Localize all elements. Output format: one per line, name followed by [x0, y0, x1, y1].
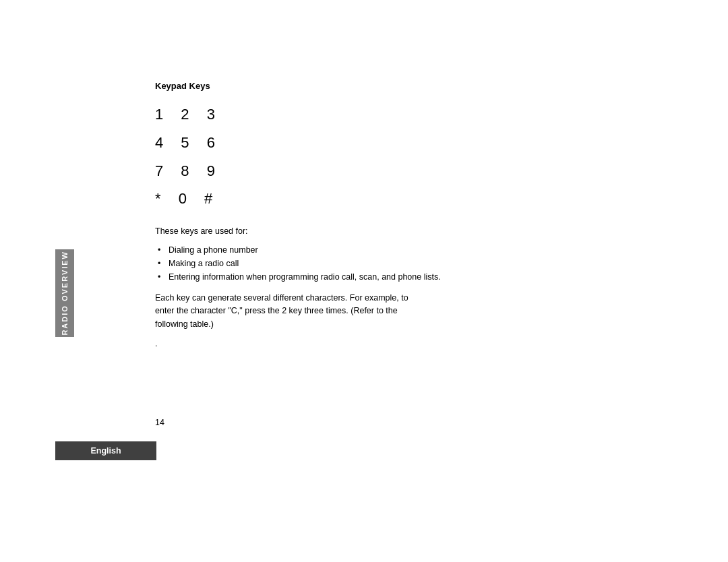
page-container: Keypad Keys 1 2 3 4 5 6 7 8 9 * 0 # Thes…: [0, 0, 728, 562]
paragraph-text: Each key can generate several different …: [155, 292, 425, 331]
content-area: Keypad Keys 1 2 3 4 5 6 7 8 9 * 0 # Thes…: [155, 81, 506, 351]
sidebar-tab: Radio Overview: [55, 249, 74, 337]
sidebar-tab-label: Radio Overview: [61, 251, 69, 336]
language-label-text: English: [90, 446, 121, 456]
keypad-row-4: * 0 #: [155, 185, 506, 213]
page-number: 14: [155, 418, 164, 427]
keypad-grid: 1 2 3 4 5 6 7 8 9 * 0 #: [155, 100, 506, 213]
english-label: English: [55, 441, 156, 460]
section-title: Keypad Keys: [155, 81, 506, 91]
keypad-row-2: 4 5 6: [155, 129, 506, 157]
description-text: These keys are used for:: [155, 225, 506, 238]
bullet-item-1: Dialing a phone number: [158, 243, 506, 257]
keypad-row-1: 1 2 3: [155, 100, 506, 129]
bullet-item-2: Making a radio call: [158, 257, 506, 270]
keypad-row-3: 7 8 9: [155, 157, 506, 185]
bullet-list: Dialing a phone number Making a radio ca…: [158, 243, 506, 284]
bullet-item-3: Entering information when programming ra…: [158, 270, 506, 284]
dot-text: .: [155, 339, 506, 348]
